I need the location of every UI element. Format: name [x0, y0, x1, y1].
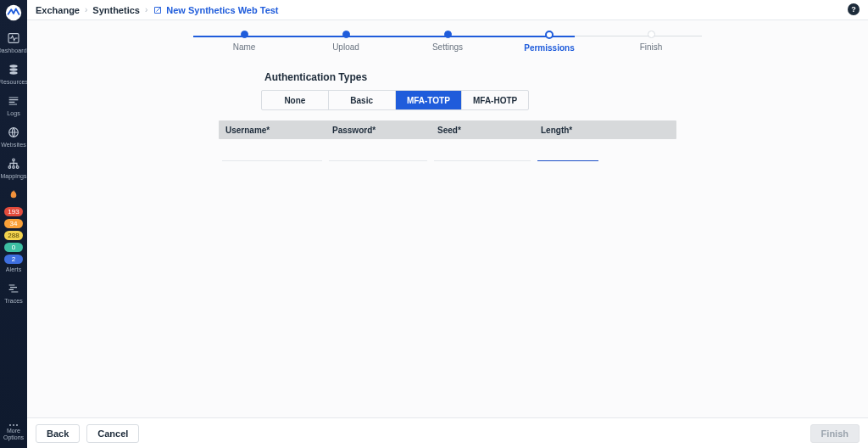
fire-icon [7, 188, 20, 202]
seed-input-cell[interactable] [431, 160, 534, 161]
badge-warning[interactable]: 288 [4, 231, 23, 240]
badge-error[interactable]: 34 [4, 219, 23, 228]
step-dot-icon [648, 31, 655, 38]
sidebar-item-logs[interactable]: Logs [0, 94, 27, 117]
step-dot-icon [241, 31, 248, 38]
step-dot-icon [342, 31, 350, 38]
col-username: Username* [219, 126, 326, 135]
stepper-progress [193, 36, 575, 37]
step-finish: Finish [600, 31, 702, 53]
step-label: Finish [640, 42, 663, 52]
breadcrumb-current: New Synthetics Web Test [166, 5, 278, 15]
chevron-right-icon: › [145, 5, 147, 14]
app-logo[interactable] [4, 3, 23, 22]
finish-button[interactable]: Finish [810, 424, 860, 443]
sidebar-item-label: Alerts [6, 266, 22, 273]
content-area: Name Upload Settings Permissions Finish … [27, 20, 868, 417]
auth-tab-mfa-hotp[interactable]: MFA-HOTP [462, 91, 528, 109]
topbar: Exchange › Synthetics › New Synthetics W… [27, 0, 868, 20]
step-permissions[interactable]: Permissions [498, 31, 600, 53]
list-icon [7, 94, 20, 108]
sidebar-item-label: Mappings [0, 172, 26, 180]
length-input[interactable] [537, 146, 598, 161]
auth-type-tabs: None Basic MFA-TOTP MFA-HOTP [261, 90, 529, 110]
step-label: Name [233, 42, 256, 52]
ellipsis-icon [9, 424, 18, 426]
auth-tab-none[interactable]: None [262, 91, 329, 109]
col-password: Password* [326, 126, 431, 135]
sidebar-item-dashboards[interactable]: Dashboards [0, 31, 27, 54]
sidebar-item-label: Traces [4, 297, 23, 305]
sidebar-item-label: Websites [1, 141, 25, 148]
external-link-icon [153, 5, 163, 15]
step-name[interactable]: Name [193, 31, 295, 53]
sidebar-item-more[interactable]: More Options [0, 424, 27, 446]
sidebar-item-mappings[interactable]: Mappings [0, 157, 27, 180]
breadcrumb-mid[interactable]: Synthetics [92, 5, 140, 15]
traces-icon [7, 282, 20, 295]
svg-point-3 [9, 68, 17, 70]
badge-ok[interactable]: 0 [4, 243, 23, 252]
col-length: Length* [534, 126, 643, 135]
svg-point-2 [9, 64, 17, 67]
step-dot-icon [545, 31, 554, 39]
table-header: Username* Password* Seed* Length* [219, 120, 676, 139]
step-dot-icon [444, 31, 452, 38]
sidebar-item-label: Dashboards [0, 47, 30, 54]
sidebar-item-label: Resources [0, 78, 28, 86]
cancel-button[interactable]: Cancel [86, 424, 139, 443]
svg-point-8 [13, 166, 15, 169]
hierarchy-icon [7, 157, 20, 171]
sidebar-item-alerts[interactable]: 193 34 288 0 2 Alerts [0, 188, 27, 273]
auth-tab-basic[interactable]: Basic [329, 91, 396, 109]
svg-point-9 [16, 166, 19, 169]
section-title: Authentication Types [264, 71, 634, 83]
badge-critical[interactable]: 193 [4, 207, 23, 216]
globe-icon [7, 126, 20, 139]
chevron-right-icon: › [85, 5, 87, 14]
back-button[interactable]: Back [36, 424, 80, 443]
app-sidebar: Dashboards Resources Logs Websites Mappi… [0, 0, 27, 448]
username-input-cell[interactable] [219, 160, 326, 161]
sidebar-item-label: Logs [7, 109, 20, 117]
heartbeat-icon [7, 31, 20, 45]
sidebar-item-traces[interactable]: Traces [0, 282, 27, 305]
wizard-footer: Back Cancel Finish [27, 417, 868, 448]
step-label: Settings [432, 42, 463, 52]
table-row [219, 139, 676, 161]
sidebar-item-label: More Options [3, 428, 24, 441]
svg-point-7 [8, 166, 11, 169]
auth-tab-mfa-totp[interactable]: MFA-TOTP [396, 91, 463, 109]
col-seed: Seed* [431, 126, 534, 135]
sidebar-item-resources[interactable]: Resources [0, 63, 27, 86]
svg-point-4 [9, 71, 17, 74]
step-settings[interactable]: Settings [397, 31, 498, 53]
step-upload[interactable]: Upload [295, 31, 397, 53]
step-label: Permissions [524, 43, 574, 53]
auth-fields-table: Username* Password* Seed* Length* [219, 120, 676, 161]
wizard-stepper: Name Upload Settings Permissions Finish [193, 31, 702, 53]
step-label: Upload [332, 42, 359, 52]
breadcrumb-root[interactable]: Exchange [36, 5, 80, 15]
password-input-cell[interactable] [326, 160, 431, 161]
badge-info[interactable]: 2 [4, 255, 23, 264]
svg-point-6 [13, 159, 15, 161]
sidebar-item-websites[interactable]: Websites [0, 126, 27, 148]
stack-icon [7, 63, 20, 76]
alert-badges: 193 34 288 0 2 [4, 207, 23, 264]
auth-section: Authentication Types None Basic MFA-TOTP… [261, 71, 634, 110]
help-icon[interactable]: ? [848, 3, 860, 15]
